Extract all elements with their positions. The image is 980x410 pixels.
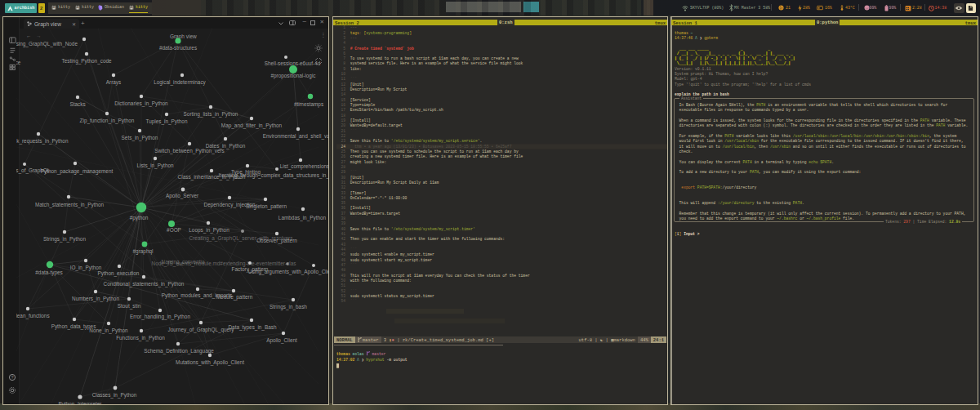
svg-text:Journey_of_GraphQL_query: Journey_of_GraphQL_query bbox=[167, 327, 234, 333]
svg-text:#timestamps: #timestamps bbox=[294, 101, 323, 108]
svg-text:Using_arguments_with_Apollo_Cl: Using_arguments_with_Apollo_Clien bbox=[248, 269, 329, 275]
svg-text:ce: ce bbox=[16, 60, 21, 65]
svg-text:#python: #python bbox=[130, 215, 149, 221]
svg-text:Apollo_Client: Apollo_Client bbox=[266, 337, 297, 344]
svg-text:Python_execution: Python_execution bbox=[98, 270, 140, 277]
svg-text:Using_GraphQL_with_Node: Using_GraphQL_with_Node bbox=[16, 41, 78, 47]
svg-text:Python_package_management: Python_package_management bbox=[41, 168, 114, 175]
svg-text:Data_types_in_Bash: Data_types_in_Bash bbox=[229, 324, 277, 331]
svg-text:Singleton_pattern: Singleton_pattern bbox=[246, 203, 287, 210]
svg-text:Python_Interpreter: Python_Interpreter bbox=[59, 401, 103, 405]
svg-text:Naming_conventio: Naming_conventio bbox=[162, 259, 205, 265]
svg-text:Strings_in_Python: Strings_in_Python bbox=[43, 236, 86, 243]
svg-text:Tuples_in_Python: Tuples_in_Python bbox=[146, 118, 188, 125]
svg-text:Apollo_Server: Apollo_Server bbox=[166, 193, 199, 199]
svg-text:Iterating_through_complex_data: Iterating_through_complex_data_structure… bbox=[219, 172, 329, 179]
svg-text:Error_handling_in_Python: Error_handling_in_Python bbox=[130, 314, 190, 320]
svg-text:Logical_indeterminacy: Logical_indeterminacy bbox=[154, 79, 206, 86]
svg-text:Arrays: Arrays bbox=[106, 79, 121, 86]
svg-text:Map_and_filter_in_Python: Map_and_filter_in_Python bbox=[221, 123, 283, 129]
svg-text:Zip_function_in_Python: Zip_function_in_Python bbox=[80, 118, 135, 124]
svg-text:#OOP: #OOP bbox=[167, 227, 181, 233]
svg-text:None_in_Python: None_in_Python bbox=[89, 328, 128, 334]
svg-text:Environmental_and_shell_variab: Environmental_and_shell_variab bbox=[263, 133, 329, 140]
svg-text:Sorting_lists_in_Python: Sorting_lists_in_Python bbox=[184, 111, 238, 118]
svg-text:Module_pattern: Module_pattern bbox=[216, 294, 253, 301]
svg-text:Testing_Python_code: Testing_Python_code bbox=[61, 58, 112, 65]
svg-text:lean_functions: lean_functions bbox=[16, 313, 50, 319]
svg-text:ics_of_GraphQL: ics_of_GraphQL bbox=[16, 167, 51, 174]
svg-text:Dictionaries_in_Python: Dictionaries_in_Python bbox=[114, 100, 168, 107]
svg-text:Match_statements_in_Python: Match_statements_in_Python bbox=[35, 202, 105, 208]
svg-text:Functions_in_Python: Functions_in_Python bbox=[116, 335, 165, 341]
svg-text:#graphql: #graphql bbox=[133, 248, 154, 255]
svg-text:Lists_in_Python: Lists_in_Python bbox=[136, 163, 174, 169]
svg-text:?: ? bbox=[11, 375, 13, 380]
svg-text:#propositional-logic: #propositional-logic bbox=[270, 73, 316, 79]
svg-text:#data-types: #data-types bbox=[35, 270, 62, 276]
svg-text:Stacks: Stacks bbox=[69, 101, 85, 107]
svg-text:Strings_in_bash: Strings_in_bash bbox=[270, 304, 307, 310]
svg-text:Observer_pattern: Observer_pattern bbox=[256, 238, 297, 244]
svg-text:Loops_in_Python: Loops_in_Python bbox=[189, 227, 229, 234]
svg-text:#data-structures: #data-structures bbox=[159, 45, 197, 51]
svg-text:Switch_between_Python_vers: Switch_between_Python_vers bbox=[154, 148, 225, 154]
svg-text:Classes_in_Python: Classes_in_Python bbox=[92, 392, 137, 399]
svg-text:Mutations_with_Apollo_Client: Mutations_with_Apollo_Client bbox=[176, 359, 244, 366]
svg-text:Numbers_in_Python: Numbers_in_Python bbox=[72, 296, 119, 302]
svg-text:ork_requests_in_Python: ork_requests_in_Python bbox=[16, 138, 69, 145]
svg-text:List_comprehensions: List_comprehensions bbox=[280, 163, 329, 170]
svg-text:Lambdas_in_Python: Lambdas_in_Python bbox=[278, 215, 327, 221]
svg-text:Schema_Definition_Language: Schema_Definition_Language bbox=[144, 348, 214, 354]
svg-text:Sets_in_Python: Sets_in_Python bbox=[122, 135, 158, 141]
svg-text:Stout_stin: Stout_stin bbox=[118, 303, 141, 310]
svg-text:Conditional_statements_in_Pyth: Conditional_statements_in_Python bbox=[104, 281, 185, 287]
